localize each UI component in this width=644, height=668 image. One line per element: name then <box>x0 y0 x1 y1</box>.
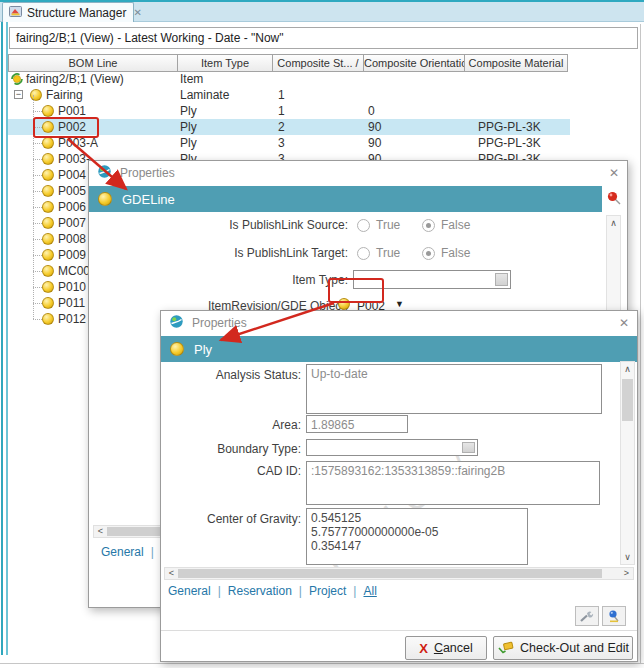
bom-line-label: MC00 <box>58 263 90 279</box>
yellow-ball-icon <box>42 249 54 261</box>
scroll-down-arrow[interactable]: ∨ <box>621 550 634 564</box>
tree-connector <box>33 127 42 128</box>
dropdown-icon[interactable] <box>495 273 508 286</box>
scroll-left-arrow[interactable]: < <box>94 526 107 537</box>
yellow-ball-icon <box>42 185 54 197</box>
yellow-ball-icon <box>42 265 54 277</box>
object-header: Ply <box>161 336 637 362</box>
radio-target-true[interactable] <box>357 247 370 260</box>
field-label-publishlink-source: Is PublishLink Source: <box>89 218 348 232</box>
tree-connector <box>33 223 42 224</box>
dropdown-icon[interactable] <box>462 442 475 453</box>
dialog-tab-link-project[interactable]: Project <box>309 584 346 598</box>
object-header: GDELine <box>89 186 602 212</box>
tree-connector <box>33 207 42 208</box>
properties-icon <box>169 314 184 333</box>
item-type-field[interactable]: Ply <box>353 270 511 289</box>
table-row-fairing2/B;1 (View)[interactable]: fairing2/B;1 (View)Item <box>8 71 570 87</box>
dialog-tab-link-reservation[interactable]: Reservation <box>228 584 292 598</box>
cell-composite-orientation: 90 <box>368 135 381 151</box>
object-header-label: GDELine <box>122 192 175 207</box>
tools-button[interactable] <box>575 606 599 626</box>
yellow-ball-icon <box>42 169 54 181</box>
scroll-right-arrow[interactable]: > <box>620 568 633 579</box>
yellow-ball-icon <box>30 89 42 101</box>
structure-manager-window: Structure Manager ✕ fairing2/B;1 (View) … <box>0 0 644 668</box>
vertical-scrollbar[interactable]: ∧ ∨ <box>620 361 635 565</box>
yellow-ball-icon <box>42 297 54 309</box>
tree-expander-icon[interactable]: − <box>14 90 23 99</box>
properties-dialog-ply: Properties ✕ Ply Read-Only Analysis Stat… <box>160 310 638 662</box>
window-bottom-border <box>0 663 644 664</box>
cancel-x-icon: X <box>419 641 428 656</box>
cell-item-type: Item <box>180 71 203 87</box>
dialog-title: Properties <box>192 316 247 330</box>
checkout-and-edit-button[interactable]: Check-Out and Edit <box>493 636 633 660</box>
dialog-title-bar[interactable]: Properties ✕ <box>89 161 627 185</box>
close-icon[interactable]: ✕ <box>619 316 629 330</box>
radio-target-false[interactable] <box>422 247 435 260</box>
field-label-center-of-gravity: Center of Gravity: <box>161 512 301 526</box>
table-row-P001[interactable]: P001Ply10 <box>8 103 570 119</box>
cell-composite-sequence: 2 <box>278 119 285 135</box>
scrollbar-thumb[interactable] <box>622 379 633 421</box>
radio-source-true[interactable] <box>357 219 370 232</box>
object-header-label: Ply <box>194 342 212 357</box>
tab-structure-manager[interactable]: Structure Manager ✕ <box>2 2 134 22</box>
yellow-ball-icon <box>42 121 54 133</box>
tree-connector <box>33 271 42 272</box>
tab-title: Structure Manager <box>27 6 126 20</box>
cell-composite-sequence: 1 <box>278 87 285 103</box>
column-header-composite-sequence[interactable]: Composite St... / <box>272 54 364 72</box>
cad-id-field[interactable]: :1575893162:1353313859::fairing2B <box>306 461 600 505</box>
column-header-composite-material[interactable]: Composite Material <box>464 54 568 72</box>
table-row-P003-A[interactable]: P003-APly390PPG-PL-3K <box>8 135 570 151</box>
pin-button[interactable] <box>602 606 626 626</box>
dialog-tabs-links: General|Reservation|Project|All <box>168 584 377 598</box>
table-row-Fairing[interactable]: −FairingLaminate1 <box>8 87 570 103</box>
dialog-title-bar[interactable]: Properties ✕ <box>161 311 637 335</box>
tab-close-icon[interactable]: ✕ <box>133 7 141 18</box>
scroll-up-arrow[interactable]: ∧ <box>621 362 634 376</box>
bom-line-label: fairing2/B;1 (View) <box>26 71 124 87</box>
radio-target-false-label: False <box>441 246 470 260</box>
radio-source-false-label: False <box>441 218 470 232</box>
yellow-ball-icon <box>42 105 54 117</box>
table-row-P002[interactable]: P002Ply290PPG-PL-3K <box>8 119 570 135</box>
horizontal-scrollbar[interactable]: < > <box>164 567 634 580</box>
yellow-ball-icon <box>42 217 54 229</box>
tree-connector <box>33 319 42 320</box>
field-label-item-type: Item Type: <box>89 273 348 287</box>
analysis-status-field[interactable]: Up-to-date <box>306 364 602 414</box>
column-header-item-type[interactable]: Item Type <box>177 54 273 72</box>
yellow-ball-icon <box>42 281 54 293</box>
dialog-tab-link-general[interactable]: General <box>168 584 211 598</box>
field-label-analysis-status: Analysis Status: <box>161 368 301 382</box>
area-field[interactable]: 1.89865 <box>306 415 408 433</box>
object-flag-icon[interactable]: ▼ <box>395 299 404 309</box>
scroll-left-arrow[interactable]: < <box>165 568 178 579</box>
column-header-bom-line[interactable]: BOM Line <box>8 54 178 72</box>
yellow-ball-icon <box>98 192 112 206</box>
scroll-up-arrow[interactable]: ∧ <box>607 216 620 230</box>
dialog-tab-link-all[interactable]: All <box>363 584 376 598</box>
radio-source-false[interactable] <box>422 219 435 232</box>
center-of-gravity-field[interactable]: 0.545125 5.75777000000000e-05 0.354147 <box>306 508 528 565</box>
close-icon[interactable]: ✕ <box>609 166 619 180</box>
field-label-boundary-type: Boundary Type: <box>161 442 301 456</box>
checkout-icon <box>497 640 514 657</box>
structure-manager-icon <box>9 4 22 22</box>
link-separator: | <box>151 545 154 559</box>
boundary-type-field[interactable]: Net <box>306 439 478 456</box>
bom-line-label: P005 <box>58 183 86 199</box>
cancel-button[interactable]: X Cancel <box>405 636 487 660</box>
dialog-tab-link-general[interactable]: General <box>101 545 144 559</box>
cell-composite-material: PPG-PL-3K <box>478 135 541 151</box>
column-header-composite-orientation[interactable]: Composite Orientation <box>363 54 465 72</box>
tree-connector <box>33 143 42 144</box>
pin-icon[interactable] <box>605 189 622 210</box>
cell-composite-orientation: 0 <box>368 103 375 119</box>
scrollbar-thumb[interactable] <box>178 569 602 578</box>
checkout-label: Check-Out and Edit <box>520 641 629 655</box>
field-label-cad-id: CAD ID: <box>161 464 301 478</box>
